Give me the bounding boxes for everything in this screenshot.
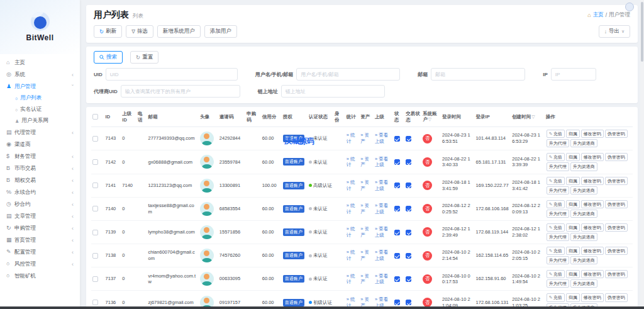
breadcrumb-home[interactable]: 主页 <box>593 11 604 19</box>
sidebar-item[interactable]: 币币交易 ‹ <box>0 162 80 174</box>
account-type-badge[interactable]: 普通账户 <box>283 275 304 283</box>
select-all-checkbox[interactable] <box>92 114 98 120</box>
attribution-button[interactable]: 归属 <box>566 200 580 208</box>
stats-link[interactable]: » 统计 <box>347 273 358 286</box>
account-type-badge[interactable]: 普通账户 <box>283 299 304 306</box>
upgrade-agent-button[interactable]: 升为代理 <box>547 162 569 171</box>
view-parent-link[interactable]: » 查看上级 <box>375 179 392 192</box>
status-toggle[interactable] <box>394 300 400 305</box>
upgrade-agent-button[interactable]: 升为代理 <box>547 139 569 147</box>
attribution-button[interactable]: 归属 <box>566 153 580 161</box>
stats-link[interactable]: » 统计 <box>347 249 358 262</box>
view-parent-link[interactable]: » 查看上级 <box>375 203 392 215</box>
sidebar-item[interactable]: 系统 ‹ <box>0 69 80 81</box>
sidebar-item[interactable]: 文章管理 ‹ <box>0 210 80 222</box>
ip-input[interactable] <box>551 68 596 81</box>
upgrade-agent-button[interactable]: 升为代理 <box>547 279 569 288</box>
recharge-button[interactable]: ✎充值 <box>547 247 565 255</box>
account-type-badge[interactable]: 普通账户 <box>283 135 304 142</box>
trade-status-toggle[interactable] <box>406 276 411 282</box>
sidebar-item[interactable]: 风控管理 ‹ <box>0 258 80 270</box>
scrollbar[interactable] <box>640 0 644 309</box>
sidebar-subitem[interactable]: 用户列表 <box>0 93 80 104</box>
export-button[interactable]: ↓ 导出 ∨ <box>599 25 630 38</box>
attribution-button[interactable]: 归属 <box>566 247 580 255</box>
recharge-button[interactable]: ✎充值 <box>547 200 565 208</box>
fake-login-password-button[interactable]: 伪登密码 <box>605 130 628 138</box>
row-checkbox[interactable] <box>92 230 98 235</box>
account-type-badge[interactable]: 普通账户 <box>283 158 304 166</box>
add-system-user-button[interactable]: 新增系统用户 <box>157 25 201 38</box>
sidebar-item[interactable]: 期权交易 ‹ <box>0 174 80 186</box>
attribution-button[interactable]: 归属 <box>566 130 580 138</box>
row-checkbox[interactable] <box>92 253 98 259</box>
view-parent-link[interactable]: » 查看上级 <box>375 226 392 239</box>
fake-login-password-button[interactable]: 伪登密码 <box>605 270 628 278</box>
fake-login-password-button[interactable]: 伪登密码 <box>605 177 628 185</box>
trade-status-toggle[interactable] <box>406 253 411 259</box>
account-type-badge[interactable]: 普通账户 <box>283 182 304 189</box>
fake-login-password-button[interactable]: 伪登密码 <box>605 200 628 208</box>
view-parent-link[interactable]: » 查看上级 <box>375 249 392 262</box>
filter-button[interactable]: ∇ 筛选 <box>126 25 153 38</box>
account-type-badge[interactable]: 普通账户 <box>283 228 304 236</box>
change-password-button[interactable]: 修改密码 <box>581 200 604 208</box>
assets-link[interactable]: » 资产 <box>360 156 372 169</box>
sidebar-item[interactable]: 秒合约 ‹ <box>0 198 80 210</box>
recharge-button[interactable]: ✎充值 <box>547 293 565 301</box>
change-password-button[interactable]: 修改密码 <box>581 153 604 161</box>
fake-login-password-button[interactable]: 伪登密码 <box>605 247 628 255</box>
email-input[interactable] <box>431 68 525 81</box>
trade-status-toggle[interactable] <box>406 230 411 235</box>
trade-status-toggle[interactable] <box>406 206 411 211</box>
fake-login-password-button[interactable]: 伪登密码 <box>605 153 628 161</box>
upgrade-channel-button[interactable]: 升为渠道商 <box>570 186 597 194</box>
account-type-badge[interactable]: 普通账户 <box>283 205 304 213</box>
attribution-button[interactable]: 归属 <box>566 177 580 185</box>
row-checkbox[interactable] <box>92 136 98 142</box>
status-toggle[interactable] <box>394 230 400 235</box>
status-toggle[interactable] <box>394 276 400 282</box>
trade-status-toggle[interactable] <box>406 136 411 142</box>
recharge-button[interactable]: ✎充值 <box>547 177 565 185</box>
sidebar-item[interactable]: 代理管理 ‹ <box>0 126 80 138</box>
assets-link[interactable]: » 资产 <box>360 273 372 286</box>
sidebar-subitem[interactable]: 用户关系网 <box>0 115 80 126</box>
upgrade-channel-button[interactable]: 升为渠道商 <box>570 279 597 288</box>
row-checkbox[interactable] <box>92 276 98 282</box>
recharge-button[interactable]: ✎充值 <box>547 270 565 278</box>
sidebar-subitem[interactable]: 实名认证 <box>0 104 80 115</box>
stats-link[interactable]: » 统计 <box>347 156 358 169</box>
recharge-button[interactable]: ✎充值 <box>547 153 565 161</box>
filter-icon[interactable]: ▽ <box>428 117 431 121</box>
sidebar-item[interactable]: 申购管理 ‹ <box>0 222 80 234</box>
attribution-button[interactable]: 归属 <box>566 270 580 278</box>
upgrade-channel-button[interactable]: 升为渠道商 <box>570 162 597 171</box>
trade-status-toggle[interactable] <box>406 159 411 165</box>
uid-input[interactable] <box>106 68 238 81</box>
trade-status-toggle[interactable] <box>406 183 411 188</box>
assets-link[interactable]: » 资产 <box>360 203 372 215</box>
recharge-button[interactable]: ✎充值 <box>547 130 565 138</box>
upgrade-channel-button[interactable]: 升为渠道商 <box>570 256 597 264</box>
change-password-button[interactable]: 修改密码 <box>581 247 604 255</box>
row-checkbox[interactable] <box>92 206 98 211</box>
status-toggle[interactable] <box>394 136 400 142</box>
stats-link[interactable]: » 统计 <box>347 226 358 239</box>
row-checkbox[interactable] <box>92 300 98 305</box>
status-toggle[interactable] <box>394 159 400 165</box>
refresh-button[interactable]: ↻ 刷新 <box>94 25 122 38</box>
view-parent-link[interactable]: » 查看上级 <box>375 132 392 145</box>
status-toggle[interactable] <box>394 206 400 211</box>
upgrade-agent-button[interactable]: 升为代理 <box>547 233 569 241</box>
sidebar-item[interactable]: 首页管理 ‹ <box>0 234 80 246</box>
fake-login-password-button[interactable]: 伪登密码 <box>605 223 628 232</box>
upgrade-agent-button[interactable]: 升为代理 <box>547 186 569 194</box>
assets-link[interactable]: » 资产 <box>360 226 372 239</box>
sidebar-item[interactable]: 财务管理 ‹ <box>0 150 80 162</box>
change-password-button[interactable]: 修改密码 <box>581 270 604 278</box>
stats-link[interactable]: » 统计 <box>347 132 358 145</box>
filter-icon[interactable]: ▽ <box>531 115 535 119</box>
change-password-button[interactable]: 修改密码 <box>581 177 604 185</box>
status-toggle[interactable] <box>394 183 400 188</box>
